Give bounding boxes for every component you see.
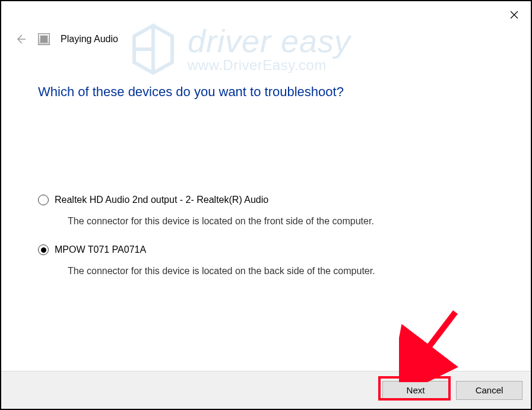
radio-unchecked-icon[interactable] xyxy=(38,195,49,205)
device-option-realtek[interactable]: Realtek HD Audio 2nd output - 2- Realtek… xyxy=(38,195,513,205)
option-description: The connector for this device is located… xyxy=(68,216,513,227)
header: Playing Audio xyxy=(1,28,531,50)
page-title: Playing Audio xyxy=(61,34,118,45)
close-icon[interactable] xyxy=(508,9,520,21)
troubleshooter-window: Playing Audio Which of these devices do … xyxy=(0,0,532,410)
cancel-button[interactable]: Cancel xyxy=(456,381,522,400)
button-bar: Next Cancel xyxy=(1,371,531,409)
content-area: Which of these devices do you want to tr… xyxy=(1,50,531,371)
app-icon xyxy=(38,33,50,45)
back-arrow-icon[interactable] xyxy=(14,33,27,46)
option-label: MPOW T071 PA071A xyxy=(55,244,146,255)
titlebar xyxy=(1,1,531,28)
option-label: Realtek HD Audio 2nd output - 2- Realtek… xyxy=(55,195,268,205)
radio-checked-icon[interactable] xyxy=(38,244,49,255)
device-option-mpow[interactable]: MPOW T071 PA071A xyxy=(38,244,513,255)
next-button[interactable]: Next xyxy=(382,381,449,400)
option-description: The connector for this device is located… xyxy=(68,266,513,276)
question-heading: Which of these devices do you want to tr… xyxy=(38,84,513,100)
